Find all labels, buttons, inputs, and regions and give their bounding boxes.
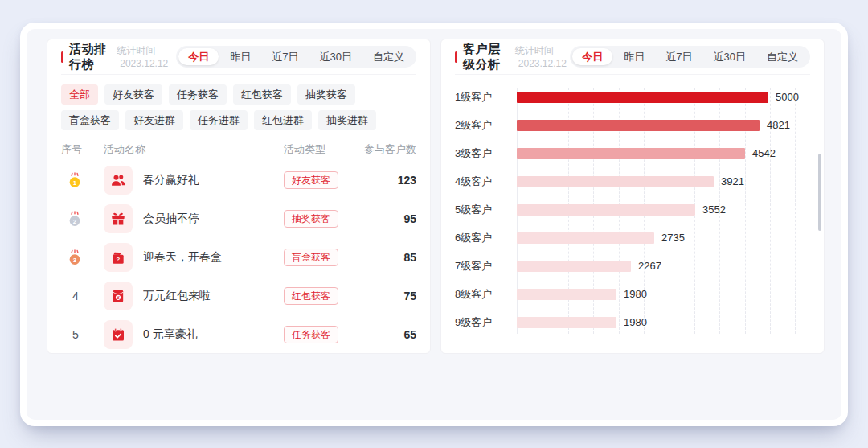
table-row: 1春分赢好礼好友获客123 [61,161,416,199]
period-tab-0[interactable]: 今日 [178,48,219,65]
title-marker [61,51,63,63]
gift-icon [104,204,133,233]
customer-level-header: 客户层级分析 统计时间2023.12.12 今日昨日近7日近30日自定义 [455,39,810,75]
dashboard-card: 活动排行榜 统计时间2023.12.12 今日昨日近7日近30日自定义 全部好友… [20,23,848,426]
customer-level-panel: 客户层级分析 统计时间2023.12.12 今日昨日近7日近30日自定义 1级客… [440,39,825,354]
bar-category-label: 2级客户 [455,118,517,133]
bar[interactable] [517,204,695,216]
stat-time: 统计时间2023.12.12 [515,44,570,69]
rank-medal-icon: 2 [66,210,84,228]
filter-tag-7[interactable]: 任务进群 [190,110,248,130]
period-tab-4[interactable]: 自定义 [757,48,808,65]
stat-time: 统计时间2023.12.12 [117,44,176,69]
filter-tag-5[interactable]: 盲盒获客 [61,110,119,130]
svg-text:2: 2 [73,218,77,225]
bar-category-label: 7级客户 [455,259,517,273]
period-tab-1[interactable]: 昨日 [614,48,654,65]
panel-title: 客户层级分析 [463,42,509,72]
bar-plot: 3921 [517,176,810,187]
period-tab-0[interactable]: 今日 [572,48,612,65]
rank-medal-icon: 1 [66,171,84,189]
col-header-count: 参与客户数 [352,142,416,157]
filter-tag-3[interactable]: 红包获客 [233,84,291,105]
bar-category-label: 8级客户 [455,287,517,302]
filter-tag-1[interactable]: 好友获客 [104,84,162,105]
bar[interactable] [517,289,616,300]
period-tab-2[interactable]: 近7日 [656,48,702,65]
activity-type-tag: 盲盒获客 [284,249,338,266]
filter-tag-8[interactable]: 红包进群 [254,110,312,130]
period-tab-3[interactable]: 近30日 [704,48,755,65]
activity-name: 春分赢好礼 [143,173,199,187]
activity-cell: 会员抽不停 [104,204,284,233]
period-tabs: 今日昨日近7日近30日自定义 [570,46,810,68]
bar-category-label: 5级客户 [455,203,517,217]
chart-row: 5级客户3552 [455,195,810,224]
period-tab-1[interactable]: 昨日 [220,48,260,65]
filter-tag-2[interactable]: 任务获客 [169,84,227,105]
activity-type-cell: 好友获客 [284,171,352,189]
chart-row: 3级客户4542 [455,139,810,167]
bar-value-label: 5000 [776,91,799,103]
bar-category-label: 1级客户 [455,90,517,105]
activity-name: 0 元享豪礼 [143,327,198,342]
stat-time-label: 统计时间 [117,45,155,56]
bar-category-label: 3级客户 [455,146,517,161]
rank-cell: 3 [61,249,104,266]
chart-row: 1级客户5000 [455,83,810,111]
bar[interactable] [517,232,654,244]
chart-row: 6级客户2735 [455,224,810,252]
activity-cell: ¥万元红包来啦 [104,282,284,310]
bar-value-label: 1980 [624,316,647,328]
filter-tag-6[interactable]: 好友进群 [125,110,183,130]
bar-plot: 2735 [517,232,810,244]
activity-type-filters: 全部好友获客任务获客红包获客抽奖获客盲盒获客好友进群任务进群红包进群抽奖进群 [61,84,416,130]
rank-number: 5 [66,328,79,341]
bar-plot: 1980 [517,317,810,328]
rank-medal-icon: 3 [66,249,84,266]
activity-name: 万元红包来啦 [143,289,211,303]
chart-row: 8级客户1980 [455,280,810,308]
bar-value-label: 3552 [702,203,726,216]
bar[interactable] [517,261,631,272]
activity-type-tag: 任务获客 [284,326,338,343]
bar[interactable] [517,92,768,103]
bar[interactable] [517,148,745,159]
col-header-type: 活动类型 [284,142,352,157]
bar-value-label: 1980 [624,288,647,300]
period-tabs: 今日昨日近7日近30日自定义 [176,46,416,68]
chart-row: 2级客户4821 [455,111,810,139]
panel-scrollbar[interactable] [818,154,821,231]
rank-cell: 2 [61,210,104,228]
filter-tag-4[interactable]: 抽奖获客 [297,84,355,105]
bar-plot: 5000 [517,92,810,103]
participant-count: 85 [352,251,416,264]
chart-row: 9级客户1980 [455,308,810,336]
activity-type-tag: 抽奖获客 [284,210,338,228]
task-icon [104,320,133,349]
bar[interactable] [517,176,714,187]
activity-type-tag: 好友获客 [284,171,338,189]
activity-ranking-header: 活动排行榜 统计时间2023.12.12 今日昨日近7日近30日自定义 [61,39,416,75]
table-row: 50 元享豪礼任务获客65 [61,315,416,354]
bar-value-label: 2267 [638,260,661,272]
filter-tag-9[interactable]: 抽奖进群 [318,110,376,130]
bar[interactable] [517,120,760,131]
svg-text:1: 1 [73,179,77,187]
customer-level-bar-chart: 1级客户50002级客户48213级客户45424级客户39215级客户3552… [455,83,810,336]
rank-cell: 5 [61,328,104,341]
filter-tag-0[interactable]: 全部 [61,84,98,105]
period-tab-2[interactable]: 近7日 [262,48,308,65]
participant-count: 123 [352,174,416,187]
activity-type-cell: 盲盒获客 [284,249,352,266]
activity-type-tag: 红包获客 [284,287,338,305]
period-tab-3[interactable]: 近30日 [310,48,362,65]
bar-value-label: 4542 [752,147,776,159]
activity-table-body: 1春分赢好礼好友获客1232会员抽不停抽奖获客953?迎春天，开春盒盲盒获客85… [61,161,416,354]
period-tab-4[interactable]: 自定义 [363,48,414,65]
bar[interactable] [517,317,616,328]
col-header-rank: 序号 [61,142,104,157]
svg-text:3: 3 [73,257,77,264]
table-row: 3?迎春天，开春盒盲盒获客85 [61,238,416,277]
participant-count: 95 [352,212,416,225]
